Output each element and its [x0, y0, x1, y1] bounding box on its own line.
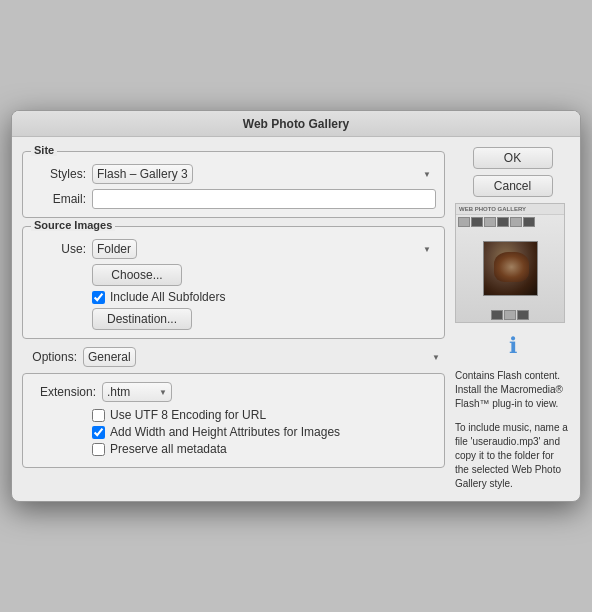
dialog-title-bar: Web Photo Gallery: [12, 111, 580, 137]
email-label: Email:: [31, 192, 86, 206]
options-select[interactable]: General: [83, 347, 136, 367]
ok-button[interactable]: OK: [473, 147, 553, 169]
source-section: Source Images Use: Folder Choose... Incl…: [22, 226, 445, 339]
use-label: Use:: [31, 242, 86, 256]
dog-photo: [483, 241, 538, 296]
left-panel: Site Styles: Flash – Gallery 3 Email:: [22, 147, 445, 491]
width-height-label: Add Width and Height Attributes for Imag…: [110, 425, 340, 439]
site-section: Site Styles: Flash – Gallery 3 Email:: [22, 151, 445, 218]
dialog-title: Web Photo Gallery: [243, 117, 349, 131]
include-subfolders-label: Include All Subfolders: [110, 290, 225, 304]
utf8-row: Use UTF 8 Encoding for URL: [92, 408, 436, 422]
width-height-checkbox[interactable]: [92, 426, 105, 439]
preview-thumbnails: [456, 215, 564, 229]
use-select[interactable]: Folder: [92, 239, 137, 259]
info-text-1: Contains Flash content. Install the Macr…: [455, 369, 570, 411]
use-row: Use: Folder: [31, 239, 436, 259]
extension-select-wrapper: .htm .html: [102, 382, 172, 402]
destination-button[interactable]: Destination...: [92, 308, 192, 330]
styles-label: Styles:: [31, 167, 86, 181]
email-input[interactable]: [92, 189, 436, 209]
right-panel: OK Cancel WEB PHOTO GALLERY: [455, 147, 570, 491]
include-subfolders-checkbox[interactable]: [92, 291, 105, 304]
extension-label: Extension:: [31, 385, 96, 399]
preview-header: WEB PHOTO GALLERY: [456, 204, 564, 215]
bt-3: [517, 310, 529, 320]
styles-select-wrapper: Flash – Gallery 3: [92, 164, 436, 184]
styles-select[interactable]: Flash – Gallery 3: [92, 164, 193, 184]
email-row: Email:: [31, 189, 436, 209]
preview-box: WEB PHOTO GALLERY: [455, 203, 565, 323]
utf8-label: Use UTF 8 Encoding for URL: [110, 408, 266, 422]
source-legend: Source Images: [31, 219, 115, 231]
preview-bottom-thumbs: [456, 308, 564, 322]
web-photo-gallery-dialog: Web Photo Gallery Site Styles: Flash – G…: [11, 110, 581, 502]
options-details: Extension: .htm .html Use UTF 8 Encoding…: [22, 373, 445, 468]
width-height-row: Add Width and Height Attributes for Imag…: [92, 425, 436, 439]
thumb-6: [523, 217, 535, 227]
thumb-2: [471, 217, 483, 227]
options-label: Options:: [22, 350, 77, 364]
bt-2: [504, 310, 516, 320]
utf8-checkbox[interactable]: [92, 409, 105, 422]
thumb-1: [458, 217, 470, 227]
options-select-wrapper: General: [83, 347, 445, 367]
info-text-2: To include music, name a file 'useraudio…: [455, 421, 570, 491]
styles-row: Styles: Flash – Gallery 3: [31, 164, 436, 184]
cancel-button[interactable]: Cancel: [473, 175, 553, 197]
extension-select[interactable]: .htm .html: [102, 382, 172, 402]
include-subfolders-row: Include All Subfolders: [92, 290, 436, 304]
thumb-3: [484, 217, 496, 227]
action-buttons: OK Cancel: [455, 147, 570, 197]
thumb-5: [510, 217, 522, 227]
options-area: Options: General Extension: .htm: [22, 347, 445, 468]
preserve-row: Preserve all metadata: [92, 442, 436, 456]
extension-row: Extension: .htm .html: [31, 382, 436, 402]
site-legend: Site: [31, 144, 57, 156]
info-icon: ℹ: [455, 333, 570, 359]
preview-inner: WEB PHOTO GALLERY: [456, 204, 564, 322]
preserve-label: Preserve all metadata: [110, 442, 227, 456]
choose-button[interactable]: Choose...: [92, 264, 182, 286]
options-row: Options: General: [22, 347, 445, 367]
preview-main-area: [456, 229, 564, 308]
preserve-checkbox[interactable]: [92, 443, 105, 456]
use-select-wrapper: Folder: [92, 239, 436, 259]
thumb-4: [497, 217, 509, 227]
bt-1: [491, 310, 503, 320]
